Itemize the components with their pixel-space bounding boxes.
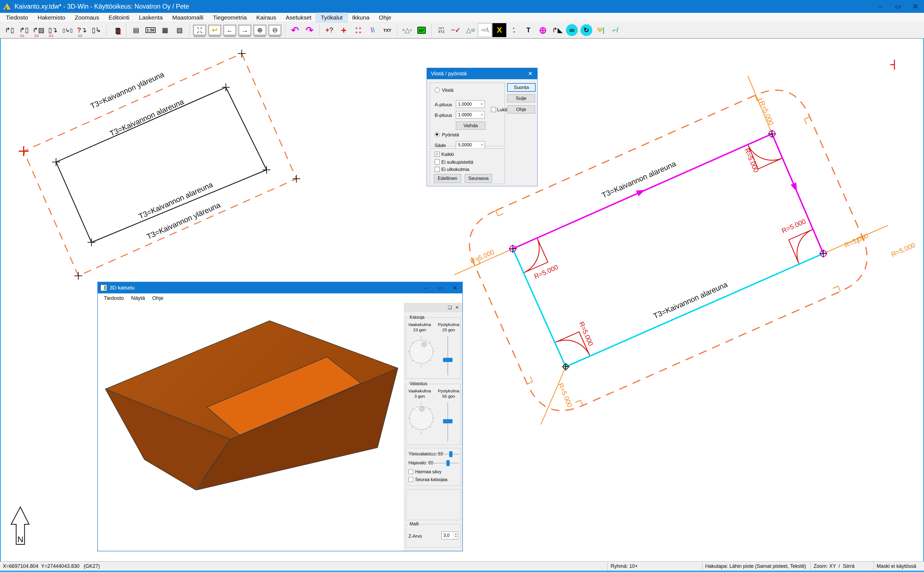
tool-wrench-button[interactable]: ⌐/: [609, 23, 622, 37]
view-right-button[interactable]: →: [238, 25, 252, 36]
undo-button[interactable]: ↶: [288, 23, 302, 37]
minimize-button[interactable]: –: [872, 0, 890, 13]
import-points-button[interactable]: ↱▨: [31, 23, 45, 37]
seuraa-katsojaa-checkbox[interactable]: [408, 477, 413, 482]
menu-item-ty-kalut[interactable]: Työkalut: [316, 13, 348, 22]
katsoja-pystykulma-slider[interactable]: [447, 336, 448, 375]
open-file-dialog-button[interactable]: ↱▯: [17, 23, 31, 37]
zoom-previous-button[interactable]: ↩: [208, 25, 221, 36]
sade-value: 5.0000: [458, 143, 472, 148]
valaistus-knob[interactable]: [407, 401, 436, 435]
menu-item-ikkuna[interactable]: Ikkuna: [348, 13, 374, 22]
suorita-button[interactable]: Suorita: [507, 83, 536, 92]
menu-item-editointi[interactable]: Editointi: [104, 13, 134, 22]
hajavalo-slider[interactable]: [430, 463, 459, 463]
print-button[interactable]: ▤: [129, 23, 143, 37]
sade-combo[interactable]: 5.0000˅: [456, 141, 485, 149]
pyorista-radio[interactable]: [435, 132, 440, 137]
add-points-button[interactable]: + ++ +: [351, 23, 365, 37]
harmaa-savy-checkbox[interactable]: [408, 469, 413, 474]
open-file-button[interactable]: ↱▯: [3, 23, 16, 37]
menu-item-maastomalli[interactable]: Maastomalli: [167, 13, 208, 22]
zoom-out-button[interactable]: ⊖: [268, 25, 282, 36]
point-info-button[interactable]: +?: [322, 23, 336, 37]
viewer3d-menu-item-n-yt-[interactable]: Näytä: [127, 295, 149, 301]
add-line-button[interactable]: \\: [366, 23, 380, 37]
menu-item-zoomaus[interactable]: Zoomaus: [70, 13, 104, 22]
profile-fan-button[interactable]: Ψ|: [594, 23, 608, 37]
maximize-button[interactable]: ▭: [890, 0, 907, 13]
edellinen-button[interactable]: Edellinen: [434, 174, 461, 183]
valaistus-v-value: 55 gon: [442, 394, 455, 398]
close-panel-icon[interactable]: ✕: [455, 305, 459, 310]
viewer3d-maximize-button[interactable]: ▭: [433, 282, 448, 294]
coords-xyz-button[interactable]: ⊙/+XYZ: [435, 23, 448, 37]
float-panel-icon[interactable]: ❏: [448, 305, 452, 310]
polyline-nodes-button[interactable]: ▪--▪: [507, 23, 521, 37]
pit-3d-model: [98, 303, 404, 551]
editor-settings-button[interactable]: ▦: [158, 23, 172, 37]
sulje-button[interactable]: Sulje: [507, 94, 535, 103]
view-3d-button[interactable]: 3D: [565, 23, 579, 37]
ei-ulkokulmia-checkbox[interactable]: [435, 167, 440, 172]
viewer3d-close-button[interactable]: ✕: [448, 282, 462, 294]
katsoja-knob[interactable]: [407, 335, 436, 368]
copy-pages-button[interactable]: ▯▯: [109, 23, 123, 37]
zoom-in-button[interactable]: ⊕: [253, 25, 267, 36]
circle-point-button[interactable]: ⊕: [536, 23, 550, 37]
export-file-button[interactable]: ▯↳: [90, 23, 103, 37]
valaistus-h-value: 3 gon: [414, 394, 425, 398]
line-count-21-button[interactable]: ×21\: [478, 23, 492, 37]
viista-pyorista-dialog: Viistä / pyöristä ✕ Viistä A-pituus 1.00…: [427, 68, 537, 186]
text-tool-button[interactable]: T: [522, 23, 535, 37]
check-points-button[interactable]: ××✓: [449, 23, 463, 37]
draw-hatch-button[interactable]: ▨: [172, 23, 186, 37]
close-button[interactable]: ✕: [907, 0, 924, 13]
yleisvalaistus-slider[interactable]: [430, 454, 459, 455]
viewer3d-minimize-button[interactable]: –: [419, 282, 433, 294]
lukittu-checkbox[interactable]: [491, 107, 496, 112]
menu-item-asetukset[interactable]: Asetukset: [281, 13, 316, 22]
kaikki-checkbox[interactable]: [435, 152, 440, 157]
dialog-close-icon[interactable]: ✕: [523, 70, 537, 77]
save-file-button[interactable]: ▯↴: [46, 23, 60, 37]
delete-x-button[interactable]: X: [492, 23, 506, 37]
menu-item-hakemisto[interactable]: Hakemisto: [33, 13, 70, 22]
road-import-button[interactable]: ↱◣: [550, 23, 564, 37]
a-pituus-label: A-pituus: [435, 102, 452, 108]
vaihda-button[interactable]: Vaihda: [456, 121, 485, 130]
viewer3d-viewport[interactable]: [98, 303, 404, 551]
ohje-button[interactable]: Ohje: [507, 106, 535, 113]
print-scale-button[interactable]: 1:50: [144, 23, 158, 37]
zoom-extents-button[interactable]: ↖↗↙↘: [193, 25, 207, 36]
menu-item-tiedosto[interactable]: Tiedosto: [1, 13, 33, 22]
add-point-button[interactable]: +: [337, 23, 351, 37]
menu-item-tiegeometria[interactable]: Tiegeometria: [208, 13, 252, 22]
a-pituus-combo[interactable]: 1.0000˅: [456, 100, 485, 108]
seuraava-button[interactable]: Seuraava: [465, 174, 492, 183]
triangle-model-12-button[interactable]: △12: [463, 23, 477, 37]
valaistus-pystykulma-slider[interactable]: [447, 403, 448, 441]
b-pituus-combo[interactable]: 1.0000˅: [456, 111, 485, 118]
ei-sulkupistetta-checkbox[interactable]: [435, 160, 440, 165]
b-pituus-label: B-pituus: [435, 113, 452, 118]
view-left-button[interactable]: ←: [223, 25, 236, 36]
measure-angle-button[interactable]: A△α: [400, 23, 414, 37]
viewer3d-menu-item-tiedosto[interactable]: Tiedosto: [100, 295, 127, 301]
ei-ulkokulmia-label: Ei ulkokulmia: [441, 167, 469, 173]
measure-area-button[interactable]: m²: [415, 23, 429, 37]
z-arvo-spinner[interactable]: 3,0 ▲▼: [441, 532, 458, 539]
rotate-3d-button[interactable]: ↻: [579, 23, 593, 37]
viewer3d-menu-item-ohje[interactable]: Ohje: [149, 295, 167, 301]
toolbar: ↱▯↱▯↱▨▯↴▯↳▯?↴▯↳▯▯▤1:50▦▨↖↗↙↘↩←→⊕⊖↶↷+?++ …: [0, 22, 924, 38]
viista-radio[interactable]: [435, 87, 440, 93]
menu-item-laskenta[interactable]: Laskenta: [134, 13, 167, 22]
convert-file-button[interactable]: ▯↳▯: [61, 23, 75, 37]
menu-item-kairaus[interactable]: Kairaus: [252, 13, 281, 22]
add-text-button[interactable]: TXT: [380, 23, 394, 37]
dialog-title-bar[interactable]: Viistä / pyöristä ✕: [427, 68, 537, 79]
redo-button[interactable]: ↷: [303, 23, 317, 37]
viewer3d-title-bar[interactable]: 3D katselu – ▭ ✕: [98, 282, 462, 294]
save-query-button[interactable]: ?↴: [75, 23, 89, 37]
menu-item-ohje[interactable]: Ohje: [374, 13, 396, 22]
